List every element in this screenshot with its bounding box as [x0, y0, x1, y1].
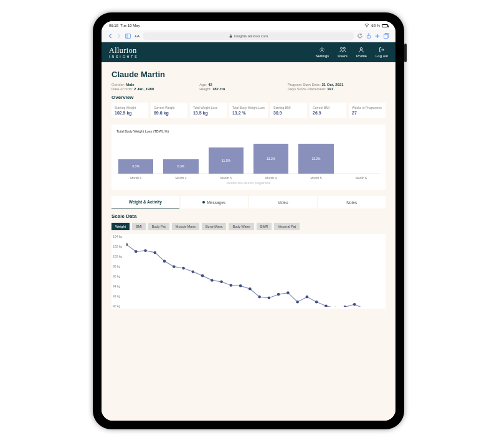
svg-point-26 — [249, 287, 252, 291]
overview-cards: Starting Weight102.5 kgCurrent Weight89.… — [111, 103, 386, 118]
text-size-button[interactable]: ᴀA — [135, 34, 140, 38]
stat-label: Current Weight — [154, 106, 184, 110]
bar: 6.3% — [118, 159, 153, 174]
forward-icon[interactable] — [116, 34, 121, 39]
bar-column: 6.3% — [116, 159, 155, 174]
nav-logout[interactable]: Log out — [376, 47, 388, 58]
browser-toolbar: ᴀA insights.allurion.com — [102, 30, 395, 42]
svg-point-14 — [135, 250, 138, 253]
svg-rect-8 — [384, 34, 388, 39]
tabs-icon[interactable] — [384, 33, 389, 39]
tab-notes[interactable]: Notes — [318, 196, 386, 208]
stat-card: Total Weight Loss13.5 kg — [190, 103, 227, 118]
back-icon[interactable] — [108, 34, 113, 39]
unread-dot-icon — [202, 201, 205, 203]
svg-point-29 — [277, 293, 280, 296]
stat-value: 13.2 % — [232, 111, 265, 115]
svg-point-37 — [353, 303, 356, 306]
bar: 6.3% — [163, 159, 198, 174]
wifi-icon — [364, 24, 369, 27]
new-tab-icon[interactable] — [375, 34, 380, 39]
bar: 11.5% — [209, 147, 244, 174]
tab-messages[interactable]: Messages — [181, 196, 249, 208]
stat-value: 102.5 kg — [115, 111, 145, 115]
nav-users[interactable]: Users — [338, 47, 348, 58]
svg-point-25 — [239, 284, 242, 287]
profile-icon — [358, 47, 364, 53]
svg-point-9 — [321, 49, 323, 50]
bar-category-label: Month 1 — [130, 176, 141, 180]
tbwl-bar-chart: 6.3%6.3%11.5%13.2%13.2% — [116, 137, 381, 174]
metric-chip[interactable]: BMI — [132, 223, 146, 230]
reload-icon[interactable] — [357, 34, 362, 39]
svg-point-10 — [340, 47, 342, 49]
bar-category-label: Month 6 — [356, 176, 367, 180]
url-bar[interactable]: insights.allurion.com — [143, 32, 354, 40]
share-icon[interactable] — [366, 33, 371, 39]
users-icon — [339, 47, 346, 53]
bar-column: 6.3% — [161, 159, 200, 174]
svg-point-15 — [144, 249, 147, 252]
metric-chip[interactable]: Body Fat — [148, 223, 169, 230]
sidebar-icon[interactable] — [125, 34, 131, 39]
metric-chip[interactable]: Visceral Fat — [274, 223, 300, 230]
metric-chip[interactable]: Muscle Mass — [172, 223, 199, 230]
stat-value: 89.0 kg — [154, 111, 184, 115]
stat-card: Starting Weight102.5 kg — [111, 103, 148, 118]
metric-chip[interactable]: Weight — [111, 223, 130, 230]
bar-category-label: Month 2 — [175, 176, 186, 180]
scale-data-heading: Scale Data — [111, 213, 386, 219]
svg-point-33 — [315, 301, 318, 304]
y-tick-label: 92 kg — [113, 294, 120, 298]
metric-chip[interactable]: Bone Mass — [202, 223, 227, 230]
svg-point-35 — [334, 307, 337, 307]
battery-pct: 68 % — [371, 24, 380, 27]
battery-icon — [382, 24, 388, 27]
gear-icon — [319, 47, 325, 53]
status-date: Tue 10 May — [120, 24, 140, 27]
stat-label: Total Body Weight Loss — [232, 106, 265, 110]
svg-point-12 — [361, 48, 363, 50]
tab-weight-activity[interactable]: Weight & Activity — [111, 196, 179, 208]
tab-video[interactable]: Video — [249, 196, 317, 208]
y-tick-label: 90 kg — [113, 304, 120, 308]
bar: 13.2% — [253, 144, 288, 174]
svg-rect-1 — [125, 34, 130, 38]
bar-column: 13.2% — [252, 144, 290, 174]
svg-point-18 — [173, 265, 176, 268]
y-tick-label: 96 kg — [113, 274, 120, 278]
y-tick-label: 100 kg — [113, 254, 122, 258]
svg-point-11 — [343, 47, 345, 49]
bar-category-label: Month 3 — [220, 176, 232, 180]
svg-point-24 — [230, 284, 233, 287]
stat-card: Current BMI26.9 — [310, 103, 346, 118]
brand-logo: Allurion INSIGHTS — [109, 47, 139, 58]
detail-tabs: Weight & Activity Messages Video Notes — [111, 196, 386, 208]
svg-point-23 — [220, 281, 223, 284]
bar-column: 13.2% — [296, 144, 335, 174]
status-time: 06:18 — [109, 24, 118, 27]
stat-card: Current Weight89.0 kg — [151, 103, 187, 118]
svg-point-0 — [367, 27, 367, 27]
stat-value: 13.5 kg — [193, 111, 224, 115]
y-tick-label: 102 kg — [113, 245, 122, 248]
stat-label: Total Weight Loss — [193, 106, 224, 110]
nav-profile[interactable]: Profile — [356, 47, 367, 58]
patient-meta: Gender: Male Age: 42 Program Start Date:… — [111, 83, 386, 91]
stat-value: 27 — [352, 111, 382, 115]
patient-name: Claude Martin — [111, 70, 386, 79]
tbwl-title: Total Body Weight Loss (TBWL %) — [116, 129, 381, 133]
svg-point-34 — [324, 304, 328, 307]
bar-column: 11.5% — [207, 147, 245, 174]
metric-chip[interactable]: Body Water — [229, 223, 254, 230]
svg-point-30 — [286, 291, 290, 294]
tbwl-subtitle: Months into Allurion programme — [116, 181, 381, 185]
y-tick-label: 98 kg — [113, 264, 120, 268]
svg-point-17 — [163, 259, 166, 263]
metric-chip[interactable]: BMR — [257, 223, 272, 230]
stat-card: Starting BMI30.9 — [270, 103, 307, 118]
svg-point-22 — [211, 279, 214, 282]
lock-icon — [229, 34, 232, 38]
nav-settings[interactable]: Settings — [316, 47, 329, 58]
stat-card: Weeks in Programme27 — [349, 103, 386, 118]
